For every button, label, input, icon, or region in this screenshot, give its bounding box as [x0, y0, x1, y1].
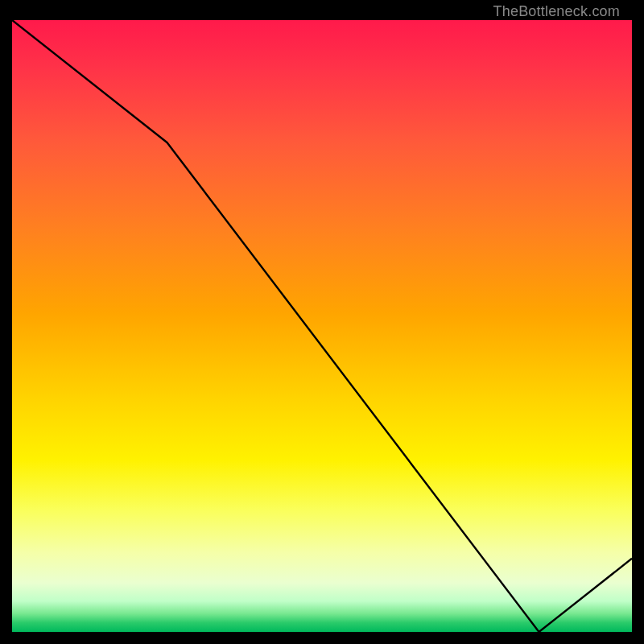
chart-frame	[12, 20, 632, 632]
data-series-line	[12, 20, 632, 632]
watermark-text: TheBottleneck.com	[493, 3, 620, 20]
chart-line-layer	[12, 20, 632, 632]
